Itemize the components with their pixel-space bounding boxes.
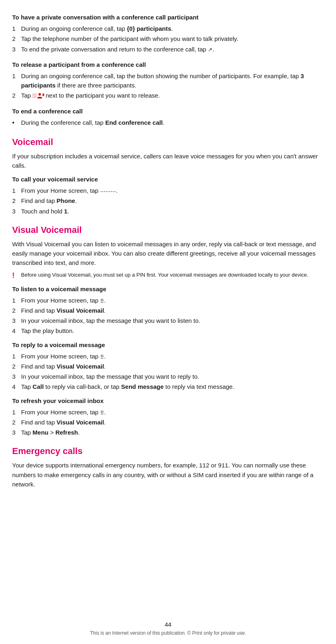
step-number: 2 bbox=[12, 362, 21, 371]
step-text: Find and tap Visual Voicemail. bbox=[21, 306, 106, 315]
emergency-intro: Your device supports international emerg… bbox=[12, 461, 324, 489]
step-text: From your Home screen, tap ⠿. bbox=[21, 296, 106, 305]
section-title-emergency: Emergency calls bbox=[12, 446, 324, 456]
bullet-symbol: • bbox=[12, 118, 21, 128]
step-number: 2 bbox=[12, 34, 21, 43]
step-item: 1 From your Home screen, tap ⠿. bbox=[12, 296, 324, 305]
page-number: 44 bbox=[0, 621, 336, 628]
svg-point-0 bbox=[39, 93, 41, 96]
step-number: 1 bbox=[12, 407, 21, 417]
step-item: 1 During an ongoing conference call, tap… bbox=[12, 71, 324, 90]
grid-icon: ⋯⋯⋯ bbox=[100, 188, 116, 196]
step-text: Find and tap Visual Voicemail. bbox=[21, 418, 106, 427]
subsection-title-private: To have a private conversation with a co… bbox=[12, 14, 324, 21]
step-item: 3 To end the private conversation and re… bbox=[12, 45, 324, 54]
bullet-text: During the conference call, tap End conf… bbox=[21, 118, 165, 128]
step-text: Tap the play button. bbox=[21, 326, 74, 335]
subsection-title-release: To release a participant from a conferen… bbox=[12, 61, 324, 68]
step-item: 3 Tap Menu > Refresh. bbox=[12, 428, 324, 437]
step-number: 1 bbox=[12, 296, 21, 305]
step-number: 1 bbox=[12, 71, 21, 90]
step-text: During an ongoing conference call, tap {… bbox=[21, 24, 173, 33]
step-text: From your Home screen, tap ⠿. bbox=[21, 352, 106, 361]
step-number: 2 bbox=[12, 306, 21, 315]
step-number: 2 bbox=[12, 196, 21, 205]
subsection-title-end: To end a conference call bbox=[12, 108, 324, 115]
step-item: 2 Find and tap Visual Voicemail. bbox=[12, 418, 324, 427]
step-number: 3 bbox=[12, 45, 21, 54]
step-item: 2 Find and tap Visual Voicemail. bbox=[12, 362, 324, 371]
step-item: 2 Tap the telephone number of the partic… bbox=[12, 34, 324, 43]
footer-text: This is an Internet version of this publ… bbox=[0, 630, 336, 636]
step-text: During an ongoing conference call, tap t… bbox=[21, 71, 324, 90]
bullet-end-conference: • During the conference call, tap End co… bbox=[12, 118, 324, 128]
section-voicemail: Voicemail If your subscription includes … bbox=[12, 137, 324, 216]
page-footer: 44 This is an Internet version of this p… bbox=[0, 621, 336, 636]
subsection-listen-voicemail: To listen to a voicemail message bbox=[12, 286, 324, 292]
step-item: 2 Find and tap Visual Voicemail. bbox=[12, 306, 324, 315]
step-number: 3 bbox=[12, 316, 21, 325]
step-text: Touch and hold 1. bbox=[21, 207, 69, 216]
voicemail-intro: If your subscription includes a voicemai… bbox=[12, 151, 324, 171]
release-person-icon bbox=[37, 93, 44, 99]
step-number: 3 bbox=[12, 207, 21, 216]
step-text: In your voicemail inbox, tap the message… bbox=[21, 316, 200, 325]
subsection-reply-voicemail: To reply to a voicemail message bbox=[12, 341, 324, 348]
steps-refresh-voicemail: 1 From your Home screen, tap ⠿. 2 Find a… bbox=[12, 407, 324, 437]
steps-private: 1 During an ongoing conference call, tap… bbox=[12, 24, 324, 54]
step-item: 1 During an ongoing conference call, tap… bbox=[12, 24, 324, 33]
step-number: 3 bbox=[12, 372, 21, 381]
step-text: To end the private conversation and retu… bbox=[21, 45, 214, 54]
step-number: 4 bbox=[12, 382, 21, 391]
grid-icon: ⠿ bbox=[100, 409, 104, 417]
subsection-call-voicemail: To call your voicemail service bbox=[12, 176, 324, 183]
step-number: 1 bbox=[12, 24, 21, 33]
section-release-participant: To release a participant from a conferen… bbox=[12, 61, 324, 100]
step-item: 1 From your Home screen, tap ⋯⋯⋯. bbox=[12, 186, 324, 195]
exclamation-icon: ! bbox=[12, 271, 21, 280]
subsection-refresh-voicemail: To refresh your voicemail inbox bbox=[12, 397, 324, 404]
step-item: 2 Find and tap Phone. bbox=[12, 196, 324, 205]
step-text: Find and tap Visual Voicemail. bbox=[21, 362, 106, 371]
step-item: 1 From your Home screen, tap ⠿. bbox=[12, 352, 324, 361]
step-text: In your voicemail inbox, tap the message… bbox=[21, 372, 199, 381]
step-text: Tap Call to reply via call-back, or tap … bbox=[21, 382, 234, 391]
step-item: 3 Touch and hold 1. bbox=[12, 207, 324, 216]
step-number: 1 bbox=[12, 352, 21, 361]
step-number: 4 bbox=[12, 326, 21, 335]
step-text: From your Home screen, tap ⋯⋯⋯. bbox=[21, 186, 118, 195]
visual-voicemail-intro: With Visual Voicemail you can listen to … bbox=[12, 239, 324, 268]
steps-listen-voicemail: 1 From your Home screen, tap ⠿. 2 Find a… bbox=[12, 296, 324, 336]
step-item: 2 Tap 🏳⃠ next to the participant you wan… bbox=[12, 91, 324, 100]
section-visual-voicemail: Visual Voicemail With Visual Voicemail y… bbox=[12, 225, 324, 437]
step-number: 2 bbox=[12, 91, 21, 100]
step-item: 4 Tap Call to reply via call-back, or ta… bbox=[12, 382, 324, 391]
step-text: Tap the telephone number of the particip… bbox=[21, 34, 238, 43]
step-text: Find and tap Phone. bbox=[21, 196, 77, 205]
step-item: 4 Tap the play button. bbox=[12, 326, 324, 335]
step-text: From your Home screen, tap ⠿. bbox=[21, 407, 106, 417]
steps-release: 1 During an ongoing conference call, tap… bbox=[12, 71, 324, 100]
grid-icon: ⠿ bbox=[100, 353, 104, 361]
note-text: Before using Visual Voicemail, you must … bbox=[21, 271, 308, 279]
step-item: 1 From your Home screen, tap ⠿. bbox=[12, 407, 324, 417]
steps-reply-voicemail: 1 From your Home screen, tap ⠿. 2 Find a… bbox=[12, 352, 324, 392]
step-text: Tap Menu > Refresh. bbox=[21, 428, 80, 437]
step-item: 3 In your voicemail inbox, tap the messa… bbox=[12, 372, 324, 381]
step-number: 3 bbox=[12, 428, 21, 437]
bullet-item: • During the conference call, tap End co… bbox=[12, 118, 324, 128]
grid-icon: ⠿ bbox=[100, 297, 104, 305]
section-end-conference: To end a conference call • During the co… bbox=[12, 108, 324, 128]
note-row: ! Before using Visual Voicemail, you mus… bbox=[12, 271, 324, 280]
step-text: Tap 🏳⃠ next to the participant you want … bbox=[21, 91, 160, 100]
steps-call-voicemail: 1 From your Home screen, tap ⋯⋯⋯. 2 Find… bbox=[12, 186, 324, 216]
step-number: 2 bbox=[12, 418, 21, 427]
step-number: 1 bbox=[12, 186, 21, 195]
page-content: To have a private conversation with a co… bbox=[0, 0, 336, 520]
section-title-voicemail: Voicemail bbox=[12, 137, 324, 147]
step-item: 3 In your voicemail inbox, tap the messa… bbox=[12, 316, 324, 325]
section-title-visual-voicemail: Visual Voicemail bbox=[12, 225, 324, 235]
section-emergency-calls: Emergency calls Your device supports int… bbox=[12, 446, 324, 489]
section-private-conversation: To have a private conversation with a co… bbox=[12, 14, 324, 54]
